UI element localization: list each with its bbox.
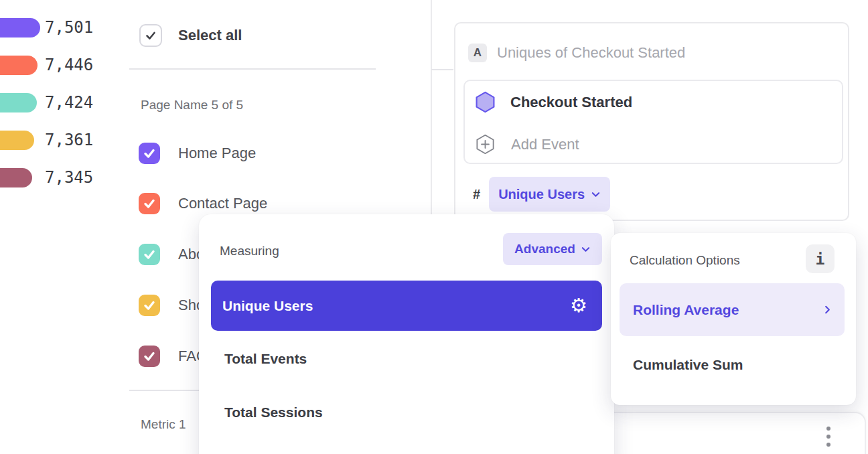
checkbox-faq-page[interactable] [139,346,160,367]
measure-row: # Unique Users [473,177,610,212]
series-title-input[interactable]: Uniques of Checkout Started [497,44,685,62]
chevron-down-icon [591,190,601,200]
add-event-row[interactable]: Add Event [475,134,579,155]
menu-option-label: Rolling Average [633,302,739,318]
check-icon [142,349,157,364]
series-badge: A [468,44,487,62]
metric-footer-label: Metric 1 [141,417,186,432]
divider-stub [431,69,453,70]
check-icon [142,298,157,313]
bar-value-label: 7,361 [45,131,93,150]
chevron-down-icon [581,244,591,254]
checkbox-home-page[interactable] [139,143,160,164]
measuring-menu-title: Measuring [220,244,279,258]
calculation-options-menu: Calculation Options i Rolling Average Cu… [611,233,856,405]
menu-option-label: Unique Users [222,298,313,314]
bar-contact-page[interactable] [0,56,38,75]
bar-value-label: 7,501 [45,18,93,37]
bar-value-label: 7,446 [45,56,93,75]
menu-option-total-events[interactable]: Total Events [224,351,307,367]
select-all-checkbox[interactable] [139,24,162,47]
info-icon[interactable]: i [806,244,835,273]
check-icon [142,247,157,262]
bar-home-page[interactable] [0,18,40,37]
kebab-menu-button[interactable] [822,423,835,451]
measure-prefix: # [473,187,480,202]
filter-divider-top [129,68,376,70]
event-card: Checkout Started Add Event [463,80,843,164]
checkbox-shop-page[interactable] [139,295,160,316]
menu-option-total-sessions[interactable]: Total Sessions [224,404,323,421]
measure-value: Unique Users [498,187,585,202]
calculation-menu-title: Calculation Options [630,253,740,268]
filter-item-label: Home Page [178,145,256,162]
select-all-label: Select all [178,27,242,44]
menu-option-unique-users[interactable]: Unique Users ⚙ [211,281,602,331]
kebab-dot [826,443,830,447]
checkbox-contact-page[interactable] [139,193,160,214]
filter-item-label: Contact Page [178,195,267,212]
measuring-mode-dropdown[interactable]: Advanced [503,233,602,265]
filter-row-contact[interactable]: Contact Page [139,193,267,214]
chevron-right-icon [822,305,833,315]
bar-about-page[interactable] [0,93,37,112]
checkbox-about-page[interactable] [139,244,160,265]
bar-value-label: 7,345 [45,168,93,187]
series-header: A Uniques of Checkout Started [468,44,685,62]
check-icon [142,146,157,161]
measure-dropdown[interactable]: Unique Users [489,177,610,212]
add-event-label: Add Event [511,136,579,153]
bar-value-label: 7,424 [45,93,93,112]
select-all-row[interactable]: Select all [139,24,242,47]
check-icon [144,29,157,42]
group-label: Page Name 5 of 5 [141,98,243,112]
metric-card: A Uniques of Checkout Started Checkout S… [454,22,849,221]
bar-faq-page[interactable] [0,168,32,187]
event-name: Checkout Started [510,94,632,111]
measuring-mode-label: Advanced [514,242,575,256]
event-hexagon-icon [474,91,496,113]
measuring-menu: Measuring Advanced Unique Users ⚙ Total … [199,214,614,454]
gear-icon[interactable]: ⚙ [570,296,587,315]
menu-option-rolling-average[interactable]: Rolling Average [620,283,845,336]
kebab-dot [826,427,830,431]
filter-row-home[interactable]: Home Page [139,143,256,164]
add-event-icon [475,134,496,155]
app-screen: 7,501 7,446 7,424 7,361 7,345 Select all… [0,0,868,454]
event-row[interactable]: Checkout Started [474,91,632,113]
check-icon [142,196,157,211]
menu-option-cumulative-sum[interactable]: Cumulative Sum [633,357,743,373]
bar-shop-page[interactable] [0,131,34,150]
kebab-dot [826,435,830,439]
